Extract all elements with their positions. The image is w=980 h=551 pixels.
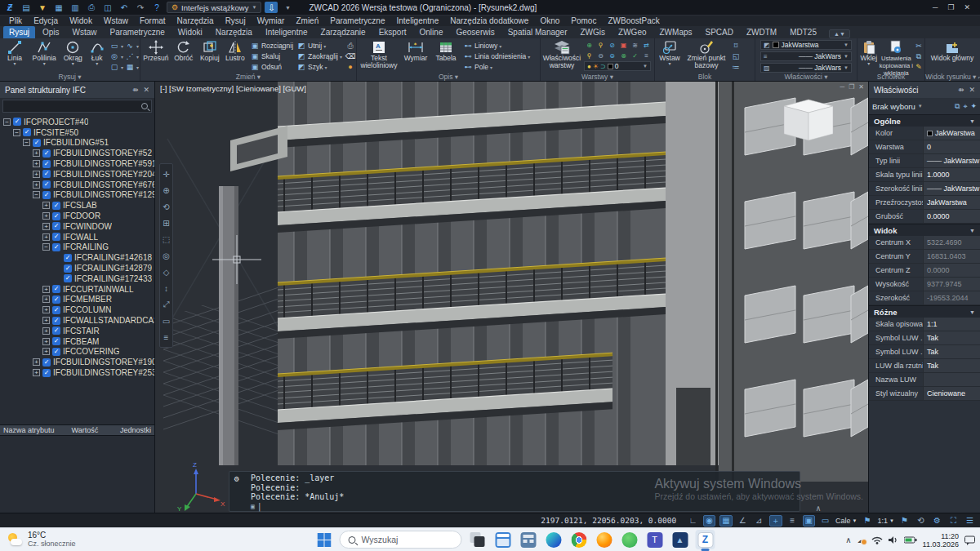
tree-checkbox[interactable]: ✓ [23,128,31,136]
annotation-tool-button[interactable]: ⊷ Liniowy▾ [463,41,530,51]
tree-expander-icon[interactable]: + [42,223,50,230]
tree-checkbox[interactable]: ✓ [42,369,51,377]
ribbon-tab[interactable]: Opis [37,26,65,38]
modify-tool-button[interactable]: ◩ Zaokrąglij▾ [296,51,342,61]
tree-item[interactable]: − ✓ IFCBUILDINGSTOREY#129238 [0,190,154,201]
undo-icon[interactable]: ↶ [118,2,131,13]
point-icon[interactable]: ⋰ [125,52,135,61]
menu-item[interactable]: Okno [534,16,565,25]
tree-checkbox[interactable]: ✓ [52,212,60,220]
ribbon-tab[interactable]: Inteligentne [260,26,314,38]
menu-item[interactable]: Wstaw [98,16,134,25]
drawing-viewport[interactable]: [-] [SW Izometryczny] [Cieniowane] [GUW]… [155,82,868,513]
selection-dropdown[interactable]: Brak wyboru ▼ ⧉ ⌖ ✦ [869,98,980,114]
battery-icon[interactable] [904,536,917,544]
paste-button[interactable]: Wklej▾ [858,39,880,72]
ribbon-tab[interactable]: Eksport [373,26,412,38]
tree-checkbox[interactable]: ✓ [64,254,72,262]
tree-item[interactable]: + ✓ IFCSLAB [0,200,154,211]
menu-item[interactable]: Widok [64,16,98,25]
navy-app-icon[interactable]: ▲ [670,530,690,549]
block-edit-icon[interactable]: ◱ [731,52,741,61]
command-input[interactable]: ▣ | [251,502,795,512]
property-value[interactable]: Tak [923,331,980,344]
match-properties-icon[interactable]: ✎ [914,63,924,72]
clock[interactable]: 11:20 11.03.2026 [923,532,959,549]
rectangle-icon[interactable]: ▭ [109,42,119,51]
tree-expander-icon[interactable]: + [42,348,50,355]
ellipse-icon[interactable]: ◎ [109,52,119,61]
property-value[interactable]: 0 [923,140,980,153]
layer-tool-icon[interactable]: ▣ [618,40,629,50]
menu-item[interactable]: Rysuj [220,16,252,25]
property-value[interactable]: Cieniowane [923,387,980,400]
modify-tool-button[interactable]: ▣ Odsuń [250,62,293,72]
polyline-button[interactable]: Polilinia▾ [29,39,60,72]
plot-icon[interactable]: ⎙ [85,2,98,13]
home-view-button[interactable]: Widok główny [926,39,978,72]
previous-view-icon[interactable]: ◎ [160,247,172,264]
annotation-tool-button[interactable]: ⊷ Pole▾ [463,62,530,72]
line-button[interactable]: Linia▾ [1,39,29,72]
zwcad-taskbar-icon[interactable]: Z [696,530,715,549]
menu-item[interactable]: Pomoc [565,16,602,25]
tree-expander-icon[interactable]: + [33,160,40,167]
settings-gear-icon[interactable]: ⚙ [931,515,943,527]
tree-checkbox[interactable]: ✓ [42,191,51,199]
ribbon-tab[interactable]: Geoserwis [450,26,500,38]
task-view-button[interactable] [468,530,488,549]
circle-button[interactable]: Okrąg▾ [60,39,86,72]
layer-tool-icon[interactable]: ≡ [641,51,652,60]
mtext-button[interactable]: A Tekst wieloliniowy [358,39,400,72]
tree-checkbox[interactable]: ✓ [33,139,41,147]
viewport-controls-label[interactable]: [-] [SW Izometryczny] [Cieniowane] [GUW] [160,84,306,93]
quick-select-icon[interactable]: ⧉ [955,102,960,111]
copy-button[interactable]: Kopiuj [197,39,223,72]
tree-checkbox[interactable]: ✓ [52,233,60,241]
block-list-icon[interactable]: ≔ [731,63,741,72]
modify-tool-button[interactable]: ◩ Utnij▾ [296,41,342,51]
grid-icon[interactable]: ▦ [719,515,732,527]
close-panel-icon[interactable]: ✕ [969,86,975,94]
menu-item[interactable]: Narzędzia dodatkowe [444,16,534,25]
tree-checkbox[interactable]: ✓ [64,274,72,282]
workspace-dropdown[interactable]: ⚙ Interfejs wstążkowy ▼ [167,2,261,13]
3d-model-view[interactable]: Z X Y [155,82,868,513]
modify-tool-button[interactable]: ▣ Rozciągnij [250,41,293,51]
revcloud-icon[interactable]: ∿ [125,42,135,51]
tree-expander-icon[interactable]: + [42,295,50,303]
start-button[interactable] [314,530,334,549]
menu-item[interactable]: Zmień [290,16,324,25]
modify-tool-button[interactable]: ▣ Skaluj [250,51,293,61]
help-icon[interactable]: ? [150,2,163,13]
tree-checkbox[interactable]: ✓ [52,317,60,325]
save-as-icon[interactable]: ▥ [69,2,82,13]
extents-icon[interactable]: ⊞ [160,215,172,231]
select-objects-icon[interactable]: ⌖ [963,102,967,111]
wifi-icon[interactable] [871,535,883,544]
otrack-icon[interactable]: ⊿ [753,515,765,527]
tree-item[interactable]: + ✓ IFCCOLUMN [0,304,154,315]
ribbon-tab[interactable]: Narzędzia [210,26,258,38]
polar-icon[interactable]: ∠ [737,515,749,527]
notification-center-icon[interactable] [964,535,975,545]
copy-clip-icon[interactable]: ⧉ [914,52,924,61]
layer-tool-icon[interactable]: ≋ [630,40,640,50]
property-value[interactable]: JakWarstwa [923,196,980,209]
firefox-browser-icon[interactable] [595,530,614,549]
scale-dropdown[interactable]: 1:1▼ [878,517,894,525]
steering-icon[interactable]: ◇ [160,264,172,280]
layer-tool-icon[interactable]: ✓ [630,51,640,60]
window-zoom-icon[interactable]: ⬚ [160,231,172,247]
fly-icon[interactable]: ⤢ [160,296,172,313]
units-dropdown[interactable]: Cale▼ [835,517,857,525]
layer-tool-icon[interactable]: ⊘ [607,40,617,50]
tree-expander-icon[interactable]: + [42,317,50,324]
quick-properties-icon[interactable]: ▣ [803,515,815,527]
volume-icon[interactable] [889,535,898,544]
property-value[interactable]: —— JakWarstw [923,154,980,167]
ribbon-tab[interactable]: ZWGis [575,26,612,38]
tree-item[interactable]: + ✓ IFCWALL [0,232,154,242]
fullscreen-icon[interactable]: ⛶ [947,515,960,527]
qat-expand-icon[interactable]: ▼ [281,2,294,13]
